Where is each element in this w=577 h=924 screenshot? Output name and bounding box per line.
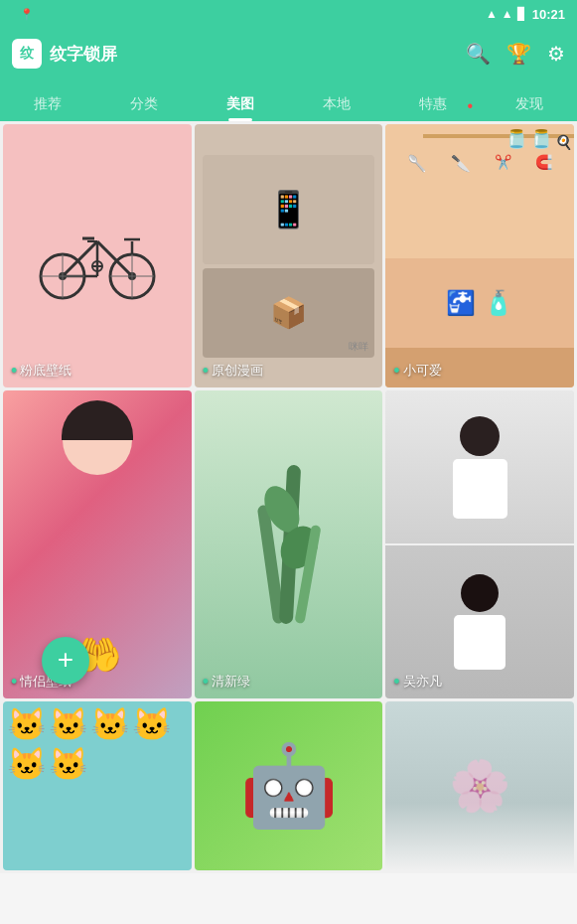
tab-beauty[interactable]: 美图 [193, 95, 289, 121]
header-icons: 🔍 🏆 ⚙ [466, 42, 565, 66]
signal-icon: ▲ [486, 7, 498, 21]
svg-line-5 [97, 241, 132, 276]
settings-icon[interactable]: ⚙ [547, 42, 565, 66]
grid-item-bike[interactable]: 粉底壁纸 [3, 124, 192, 387]
tab-local[interactable]: 本地 [288, 95, 384, 121]
app-title: 纹字锁屏 [50, 43, 117, 66]
status-bar: 📍 ▲ ▲ ▊ 10:21 [0, 0, 577, 28]
status-location-icon: 📍 [20, 8, 34, 21]
grid-item-plant[interactable]: 清新绿 [195, 390, 383, 698]
trophy-icon[interactable]: 🏆 [506, 42, 531, 66]
battery-icon: ▊ [517, 7, 526, 21]
grid-item-couple[interactable]: 🤲 情侣壁纸 [3, 390, 192, 698]
grid-item-flowers[interactable]: 🌸 [385, 701, 574, 870]
grid-item-doraemon[interactable]: 🤖 [195, 701, 383, 870]
tab-special[interactable]: 特惠 [384, 95, 481, 121]
grid-container: 粉底壁纸 🤲 [0, 121, 577, 873]
svg-line-4 [63, 241, 97, 276]
header-left: 纹 纹字锁屏 [12, 39, 117, 69]
label-celebrity: 吴亦凡 [393, 673, 441, 691]
grid-col-2: 📱 📦 咪咩 原创漫画 [195, 124, 383, 870]
grid-item-celebrity[interactable]: 吴亦凡 [385, 390, 574, 698]
grid-item-manga[interactable]: 📱 📦 咪咩 原创漫画 [195, 124, 383, 387]
grid-item-cats[interactable]: 🐱 🐱 🐱 🐱 🐱 🐱 [3, 701, 192, 870]
grid-col-3: 🫙 🫙 🍳 🥄 🔪 ✂️ 🧲 🚰 🧴 [385, 124, 574, 870]
wifi-icon: ▲ [502, 7, 513, 21]
search-icon[interactable]: 🔍 [466, 42, 491, 66]
flower-scene: 🌸 [385, 701, 574, 870]
clock: 10:21 [532, 7, 565, 22]
app-logo: 纹 [12, 39, 42, 69]
grid-col-1: 粉底壁纸 🤲 [3, 124, 192, 870]
label-plant: 清新绿 [203, 673, 250, 691]
fab-plus-icon: + [58, 646, 73, 674]
tab-recommend[interactable]: 推荐 [0, 95, 96, 121]
label-kitchen: 小可爱 [393, 362, 441, 380]
label-manga: 原创漫画 [203, 362, 263, 380]
grid-item-kitchen[interactable]: 🫙 🫙 🍳 🥄 🔪 ✂️ 🧲 🚰 🧴 [385, 124, 574, 387]
bike-illustration [33, 212, 162, 301]
tab-discover[interactable]: 发现 [481, 95, 577, 121]
fab-add-button[interactable]: + [42, 637, 89, 685]
status-icons: ▲ ▲ ▊ [486, 7, 526, 21]
header: 纹 纹字锁屏 🔍 🏆 ⚙ [0, 28, 577, 79]
label-bike: 粉底壁纸 [11, 362, 72, 380]
nav-tabs: 推荐 分类 美图 本地 特惠 发现 [0, 79, 577, 121]
tab-category[interactable]: 分类 [96, 95, 193, 121]
